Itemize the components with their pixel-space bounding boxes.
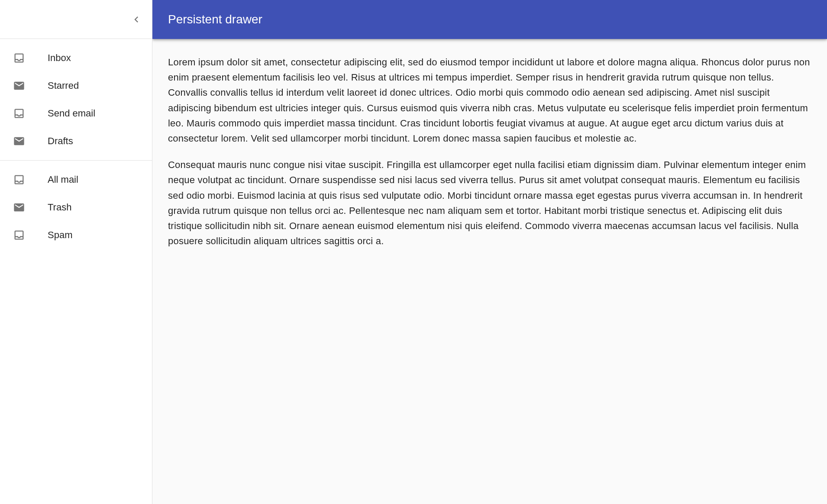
drawer-close-button[interactable] xyxy=(126,9,147,30)
sidebar-item-send-email[interactable]: Send email xyxy=(0,100,152,127)
sidebar-item-spam[interactable]: Spam xyxy=(0,221,152,249)
inbox-icon xyxy=(13,52,25,64)
sidebar-item-label: Send email xyxy=(48,108,95,119)
content: Lorem ipsum dolor sit amet, consectetur … xyxy=(152,39,827,504)
content-paragraph: Lorem ipsum dolor sit amet, consectetur … xyxy=(168,55,811,146)
sidebar-item-label: Spam xyxy=(48,229,72,241)
sidebar-item-inbox[interactable]: Inbox xyxy=(0,44,152,72)
drawer: Inbox Starred Send email Drafts A xyxy=(0,0,152,504)
drawer-header xyxy=(0,0,152,39)
sidebar-item-all-mail[interactable]: All mail xyxy=(0,166,152,194)
mail-icon xyxy=(13,135,25,147)
mail-icon xyxy=(13,201,25,213)
inbox-icon xyxy=(13,107,25,120)
drawer-primary-list: Inbox Starred Send email Drafts xyxy=(0,39,152,160)
main: Persistent drawer Lorem ipsum dolor sit … xyxy=(152,0,827,504)
page-title: Persistent drawer xyxy=(168,13,262,26)
sidebar-item-label: All mail xyxy=(48,174,78,185)
sidebar-item-label: Drafts xyxy=(48,136,73,147)
sidebar-item-drafts[interactable]: Drafts xyxy=(0,127,152,155)
appbar: Persistent drawer xyxy=(152,0,827,39)
content-paragraph: Consequat mauris nunc congue nisi vitae … xyxy=(168,157,811,249)
mail-icon xyxy=(13,80,25,92)
sidebar-item-starred[interactable]: Starred xyxy=(0,72,152,100)
sidebar-item-label: Starred xyxy=(48,80,79,91)
sidebar-item-label: Trash xyxy=(48,202,71,213)
sidebar-item-label: Inbox xyxy=(48,52,71,64)
inbox-icon xyxy=(13,174,25,186)
drawer-secondary-list: All mail Trash Spam xyxy=(0,161,152,254)
chevron-left-icon xyxy=(130,13,142,26)
inbox-icon xyxy=(13,229,25,241)
sidebar-item-trash[interactable]: Trash xyxy=(0,194,152,221)
